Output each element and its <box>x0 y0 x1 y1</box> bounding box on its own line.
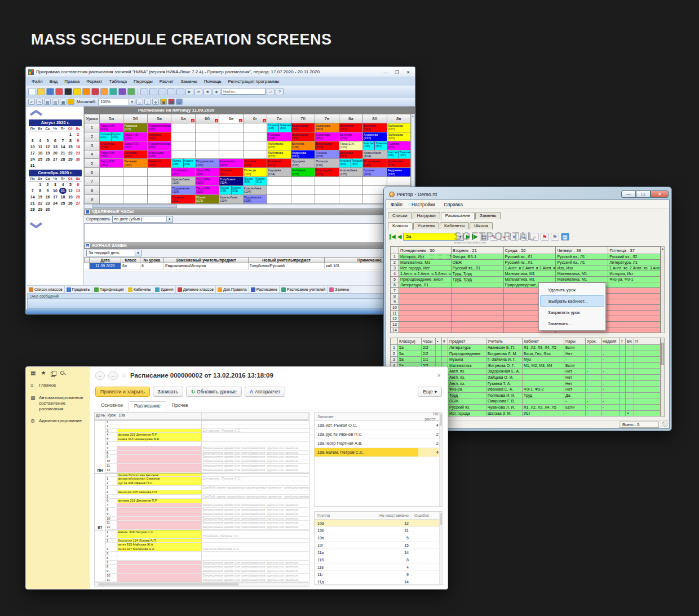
refresh-icon[interactable] <box>176 88 184 95</box>
calendar-day[interactable]: 28 <box>29 206 36 212</box>
week-grid-cell[interactable] <box>452 316 504 322</box>
schedule-cell[interactable]: Пудовинникова(306) <box>148 141 171 150</box>
schedule-cell-empty[interactable] <box>171 132 195 141</box>
schedule-cell-empty[interactable] <box>291 186 315 195</box>
lesson-cell[interactable] <box>117 446 202 451</box>
calendar-day[interactable]: 20 <box>74 194 82 200</box>
schedule-cell[interactable]: Краснобаев(104) <box>244 186 267 195</box>
schedule-cell-empty[interactable] <box>363 177 387 186</box>
lesson-cell[interactable]: физра б/спортзал Антонов <box>117 473 202 477</box>
lesson-cell[interactable]: матем. 318 Петров С.С. <box>117 530 202 534</box>
schedule-cell[interactable]: Рыжова(303) <box>387 141 411 150</box>
column-header-6а[interactable]: 6аx <box>171 114 195 123</box>
group-row[interactable]: 11б8 <box>315 556 442 564</box>
schedule-cell[interactable]: Тарщ Р.М.(306) <box>196 168 219 177</box>
week-grid-cell[interactable]: Труд, Труд <box>452 271 504 277</box>
journal-row[interactable]: 11.09.20206а6Евдокименко/ИсторияГолубови… <box>84 263 415 269</box>
calendar-day[interactable]: 21 <box>59 150 67 156</box>
calendar-day[interactable]: 6 <box>74 181 82 188</box>
timetable-icon[interactable] <box>82 88 90 95</box>
resize-grip[interactable] <box>662 422 668 427</box>
schedule-cell[interactable]: Лучкова(211) <box>219 168 243 177</box>
week-grid-cell[interactable]: Литература, Л1 <box>399 282 452 288</box>
menu-Файл[interactable]: Файл <box>28 79 46 84</box>
schedule-cell-empty[interactable] <box>267 177 291 186</box>
schedule-cell-empty[interactable] <box>244 132 267 141</box>
timetable-hscrollbar[interactable] <box>94 582 309 587</box>
calendar-day[interactable]: 6 <box>51 138 59 144</box>
lesson-cell[interactable] <box>117 521 202 525</box>
search-icon[interactable]: ⌕ <box>267 88 275 95</box>
schedule-cell[interactable]: Тарщ Е.И.(110) <box>339 141 363 150</box>
week-grid-cell[interactable]: Физ-ра, ФЗ-1 <box>452 254 504 260</box>
schedule-cell[interactable]: Воронцова(309) <box>315 168 339 177</box>
schedule-cell[interactable]: Лучкова(211) <box>244 159 267 168</box>
tab-Школа[interactable]: Школа <box>470 222 492 229</box>
column-header-8б[interactable]: 8б <box>363 114 387 123</box>
calendar-day[interactable]: 13 <box>74 188 82 194</box>
week-grid-cell[interactable] <box>452 294 504 299</box>
calendar-day[interactable]: 25 <box>59 200 67 206</box>
schedule-cell-empty[interactable] <box>148 186 171 195</box>
schedule-cell-empty[interactable] <box>339 177 363 186</box>
paint-icon[interactable] <box>68 99 74 105</box>
group-row[interactable]: 11в4 <box>315 564 442 571</box>
close-icon[interactable]: × <box>437 372 442 379</box>
lesson-cell[interactable] <box>117 459 202 464</box>
schedule-cell-empty[interactable] <box>315 186 339 195</box>
load-col-header[interactable]: Пары <box>564 338 586 345</box>
calendar-day[interactable]: 16 <box>74 144 82 150</box>
calendar-day[interactable]: 7 <box>29 188 36 194</box>
schedule-cell-empty[interactable] <box>267 186 291 195</box>
schedule-cell[interactable]: Воронцова(309) <box>291 123 315 132</box>
place-lesson-icon[interactable]: ▪ <box>500 233 508 241</box>
schedule-cell-split[interactable]: Ситников(108)Томашев(307) <box>267 123 291 132</box>
calendar-day[interactable]: 3 <box>51 181 59 188</box>
column-header-5в[interactable]: 5в <box>148 114 171 123</box>
week-grid-cell[interactable] <box>399 294 452 299</box>
schedule-cell[interactable]: Рыжова(108) <box>267 132 291 141</box>
schedule-cell-empty[interactable] <box>171 123 195 132</box>
calendar-day[interactable]: 16 <box>44 194 51 200</box>
module-button-schedule-icon[interactable]: Расписание <box>249 286 280 293</box>
week-grid-cell[interactable]: 1.Англ. я 2.Англ. я 3.Англ. я <box>504 265 556 271</box>
schedule-cell-empty[interactable] <box>148 168 171 177</box>
minimize-button[interactable]: — <box>381 69 390 76</box>
column-header-7в[interactable]: 7в <box>315 114 339 123</box>
schedule-cell[interactable]: Андреева(312) <box>291 150 315 159</box>
stop-icon[interactable]: ■ <box>203 88 211 95</box>
schedule-cell-empty[interactable] <box>339 186 363 195</box>
group-row[interactable]: 11д14 <box>315 578 442 586</box>
lesson-cell[interactable] <box>117 429 202 433</box>
group-row[interactable]: 11г9 <box>315 571 442 578</box>
lesson-cell[interactable] <box>117 455 202 459</box>
day-header[interactable]: Пятница - 37 <box>608 246 661 254</box>
calendar-day[interactable]: 29 <box>36 206 43 212</box>
menu-Расчет[interactable]: Расчет <box>156 79 177 84</box>
search-icon[interactable]: ⌕ <box>530 233 539 241</box>
save-icon[interactable] <box>46 88 54 95</box>
schedule-cell-empty[interactable] <box>123 177 147 186</box>
nika-titlebar[interactable]: Программа составления расписания занятий… <box>26 67 415 77</box>
week-grid-cell[interactable] <box>608 294 661 299</box>
column-header-7а[interactable]: 7а <box>267 114 291 123</box>
page-setup-icon[interactable] <box>149 88 157 95</box>
tab-Списки[interactable]: Списки <box>388 212 412 219</box>
schedule-cell[interactable]: Воронцова(309) <box>363 159 387 168</box>
rules-icon[interactable] <box>127 88 135 95</box>
minimize-button[interactable]: — <box>621 190 636 198</box>
calendar-day[interactable]: 5 <box>44 138 51 144</box>
journal-filter-select[interactable]: За текущий день▼ <box>86 250 141 256</box>
column-header-Уроки[interactable]: Уроки <box>84 114 100 123</box>
week-grid-cell[interactable] <box>399 311 452 316</box>
week-grid-cell[interactable] <box>608 282 661 288</box>
subjects-icon[interactable] <box>73 88 81 95</box>
load-col-header[interactable]: Кабинет <box>523 338 564 345</box>
module-button-subjects-icon[interactable]: Предметы <box>65 286 93 293</box>
calendar-prev-icon[interactable] <box>29 108 82 118</box>
zoom-select[interactable]: 100%▼ <box>98 99 135 105</box>
fit-width-icon[interactable]: ↔ <box>136 99 143 105</box>
teachers-icon[interactable] <box>64 88 72 95</box>
schedule-cell-empty[interactable] <box>291 177 315 186</box>
week-grid-cell[interactable]: ОБЖ <box>452 260 504 265</box>
